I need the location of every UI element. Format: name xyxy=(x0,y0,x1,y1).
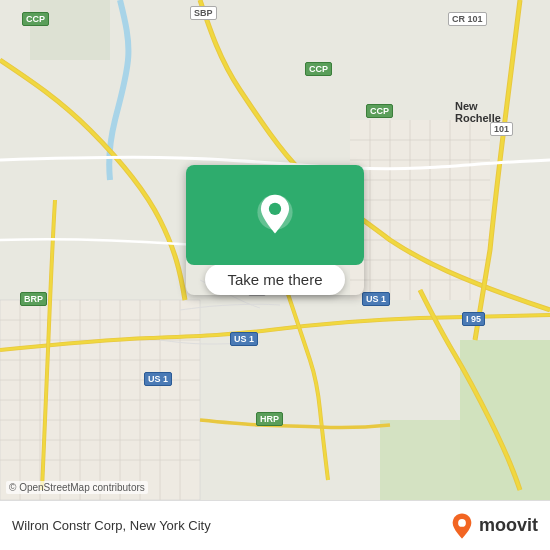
green-card xyxy=(186,165,364,265)
svg-rect-3 xyxy=(30,0,110,60)
highway-label-ccp1: CCP xyxy=(22,12,49,26)
highway-label-ccp2: CCP xyxy=(305,62,332,76)
highway-label-i95: I 95 xyxy=(462,312,485,326)
footer-bar: Wilron Constr Corp, New York City moovit xyxy=(0,500,550,550)
highway-label-us1a: US 1 xyxy=(362,292,390,306)
moovit-brand-name: moovit xyxy=(479,515,538,536)
highway-label-brp: BRP xyxy=(20,292,47,306)
svg-point-40 xyxy=(458,519,466,527)
highway-label-us1b: US 1 xyxy=(144,372,172,386)
highway-label-hrp: HRP xyxy=(256,412,283,426)
svg-rect-23 xyxy=(350,120,490,300)
svg-rect-4 xyxy=(380,420,460,500)
highway-label-cr101: CR 101 xyxy=(448,12,487,26)
new-rochelle-label: NewRochelle xyxy=(455,100,501,124)
location-pin-icon xyxy=(253,193,297,237)
moovit-brand-icon xyxy=(448,512,476,540)
highway-label-ccp3: CCP xyxy=(366,104,393,118)
highway-label-101: 101 xyxy=(490,122,513,136)
svg-rect-1 xyxy=(460,340,550,500)
highway-label-sbp: SBP xyxy=(190,6,217,20)
take-me-there-card: Take me there xyxy=(186,165,364,295)
map-container: CCP SBP CR 101 CCP CCP 101 NewRochelle 7… xyxy=(0,0,550,500)
svg-point-39 xyxy=(269,203,281,215)
footer-location-text: Wilron Constr Corp, New York City xyxy=(12,518,440,533)
take-me-there-button[interactable]: Take me there xyxy=(205,264,344,295)
highway-label-us1c: US 1 xyxy=(230,332,258,346)
moovit-logo: moovit xyxy=(448,512,538,540)
osm-attribution: © OpenStreetMap contributors xyxy=(6,481,148,494)
